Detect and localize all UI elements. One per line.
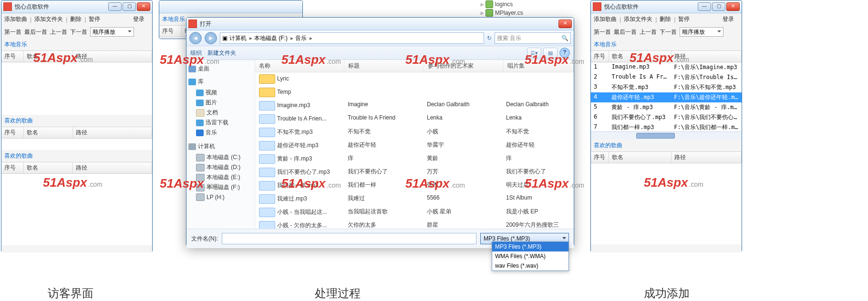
filetype-option[interactable]: wav Files (*.wav) (492, 261, 568, 271)
file-row[interactable]: Trouble Is A Frien...Trouble Is A Friend… (255, 112, 574, 126)
filename-input[interactable] (222, 233, 476, 244)
horizontal-scrollbar[interactable] (591, 131, 742, 140)
caption-left: 访客界面 (48, 286, 93, 301)
local-list-header: 序号 歌名 路径 (591, 50, 742, 62)
add-song-button[interactable]: 添加歌曲 (594, 15, 617, 23)
sidebar-desktop[interactable]: 桌面 (188, 65, 253, 73)
local-list[interactable]: 1Imagine.mp3F:\音乐\Imagine.mp32Trouble Is… (591, 62, 742, 131)
filetype-option[interactable]: WMA Files (*.WMA) (492, 251, 568, 261)
playlist-row[interactable]: 5黄龄 - 痒.mp3F:\音乐\黄龄 - 痒.mp3 (591, 102, 742, 112)
file-list[interactable]: 名称 标题 参与创作的艺术家 唱片集 LyricTempImagine.mp3I… (255, 60, 574, 229)
filetype-dropdown-list[interactable]: MP3 Files (*.MP3) WMA Files (*.WMA) wav … (492, 241, 569, 271)
fav-list-1[interactable] (1, 139, 152, 150)
sidebar-computer[interactable]: 计算机 (188, 142, 253, 150)
filetype-option[interactable]: MP3 Files (*.MP3) (492, 242, 568, 251)
sidebar-lib-item[interactable]: 迅雷下载 (188, 118, 253, 128)
file-row[interactable]: 我们不要伤心了.mp3我们不要伤心了万芳我们不要伤心了 (255, 166, 574, 179)
breadcrumb[interactable]: ▣ 计算机 本地磁盘 (F:) 音乐 (220, 32, 484, 44)
file-row[interactable]: Temp (255, 86, 574, 99)
last-button[interactable]: 最后一首 (24, 28, 47, 36)
player-window-visitor: 悦心点歌软件 — ▢ ✕ 添加歌曲| 添加文件夹| 删除| 暂停 登录 第一首 … (1, 0, 153, 252)
fav-label-1: 喜欢的歌曲 (1, 115, 152, 127)
new-folder-button[interactable]: 新建文件夹 (207, 49, 236, 57)
search-input[interactable]: 搜索 音乐🔍 (495, 32, 571, 44)
file-row[interactable]: Lyric (255, 72, 574, 86)
window-title: 悦心点歌软件 (15, 3, 108, 11)
preview-pane-button[interactable]: ▤ (543, 48, 558, 58)
sidebar-lib-item[interactable]: 视频 (188, 88, 253, 98)
sidebar-drive-item[interactable]: 本地磁盘 (E:) (188, 172, 253, 182)
minimize-button[interactable]: — (698, 2, 711, 11)
fav-list-2[interactable] (1, 174, 152, 245)
first-button[interactable]: 第一首 (594, 28, 611, 36)
caption-mid: 处理过程 (315, 286, 361, 301)
play-mode-select[interactable]: 顺序播放 (680, 27, 723, 37)
app-icon (3, 2, 12, 11)
sidebar-drive-item[interactable]: 本地磁盘 (D:) (188, 162, 253, 172)
local-list[interactable] (1, 62, 152, 115)
next-button[interactable]: 下一首 (70, 28, 87, 36)
playlist-row[interactable]: 1Imagine.mp3F:\音乐\Imagine.mp3 (591, 62, 742, 72)
sidebar-lib-item[interactable]: 图片 (188, 98, 253, 108)
file-row[interactable]: Imagine.mp3ImagineDeclan GalbraithDeclan… (255, 99, 574, 112)
dialog-title: 打开 (200, 20, 558, 28)
playlist-row[interactable]: 6我们不要伤心了.mp3F:\音乐\我们不要伤心了.mp3 (591, 112, 742, 122)
playlist-row[interactable]: 2Trouble Is A Fr...F:\音乐\Trouble Is A Fr… (591, 72, 742, 82)
playlist-row[interactable]: 4趁你还年轻.mp3F:\音乐\趁你还年轻.mp3 (591, 92, 742, 102)
add-folder-button[interactable]: 添加文件夹 (624, 15, 652, 23)
close-button[interactable]: ✕ (726, 2, 740, 11)
delete-button[interactable]: 删除 (660, 15, 671, 23)
organize-button[interactable]: 组织 (190, 49, 202, 57)
sidebar-drive-item[interactable]: 本地磁盘 (C:) (188, 152, 253, 162)
file-row[interactable]: 黄龄 - 痒.mp3痒黄龄痒 (255, 152, 574, 166)
file-row[interactable]: 小贱 - 当我唱起这...当我唱起这首歌小贱 星弟我是小贱 EP (255, 206, 574, 219)
prev-button[interactable]: 上一首 (640, 28, 657, 36)
first-button[interactable]: 第一首 (4, 28, 21, 36)
sidebar-lib-item[interactable]: 音乐 (188, 128, 253, 138)
close-button[interactable]: ✕ (137, 2, 150, 11)
local-music-label: 本地音乐 (1, 39, 152, 50)
sidebar-drive-item[interactable]: LP (H:) (188, 192, 253, 202)
login-button[interactable]: 登录 (133, 15, 145, 23)
play-mode-select[interactable]: 顺序播放 (90, 27, 134, 37)
sidebar-lib-item[interactable]: 文档 (188, 108, 253, 118)
sidebar-drive-item[interactable]: 本地磁盘 (F:) (188, 182, 253, 192)
add-folder-button[interactable]: 添加文件夹 (34, 15, 63, 23)
file-row[interactable]: 不知不觉.mp3不知不觉小贱不知不觉 (255, 126, 574, 139)
add-song-button[interactable]: 添加歌曲 (4, 15, 27, 23)
delete-button[interactable]: 删除 (70, 15, 82, 23)
file-row[interactable]: 趁你还年轻.mp3趁你还年轻华晨宇趁你还年轻 (255, 139, 574, 152)
prev-button[interactable]: 上一首 (50, 28, 67, 36)
file-row[interactable]: 我难过.mp3我难过55661St Album (255, 192, 574, 206)
maximize-button[interactable]: ▢ (123, 2, 136, 11)
local-list-header: 序号 歌名 路径 (1, 50, 152, 62)
fav-list[interactable] (591, 163, 742, 244)
open-file-dialog: 打开 ✕ ◄ ► ▣ 计算机 本地磁盘 (F:) 音乐 ↻ 搜索 音乐🔍 组织 … (186, 17, 574, 247)
pause-button[interactable]: 暂停 (89, 15, 100, 23)
file-row[interactable]: 小贱 - 欠你的太多...欠你的太多群星2009年六月热搜歌三 (255, 219, 574, 229)
nav-back-button[interactable]: ◄ (189, 32, 202, 44)
login-button[interactable]: 登录 (723, 15, 734, 23)
app-icon (188, 20, 197, 28)
caption-right: 成功添加 (644, 286, 690, 301)
refresh-icon[interactable]: ↻ (487, 35, 492, 41)
file-row[interactable]: 我们都一样.mp3我们都一样张杰明天过后 (255, 179, 574, 192)
filename-label: 文件名(N): (191, 235, 218, 243)
dialog-close-button[interactable]: ✕ (558, 20, 572, 28)
minimize-button[interactable]: — (108, 2, 122, 11)
sidebar-libraries[interactable]: 库 (188, 78, 253, 86)
maximize-button[interactable]: ▢ (712, 2, 725, 11)
last-button[interactable]: 最后一首 (614, 28, 637, 36)
next-button[interactable]: 下一首 (660, 28, 677, 36)
playlist-row[interactable]: 7我们都一样.mp3F:\音乐\我们都一样.mp3 (591, 122, 742, 131)
dialog-sidebar: 桌面 库 视频图片文档迅雷下载音乐 计算机 本地磁盘 (C:)本地磁盘 (D:)… (186, 60, 255, 229)
cs-file-icon (486, 0, 493, 8)
player-window-added: 悦心点歌软件 — ▢ ✕ 添加歌曲| 添加文件夹| 删除| 暂停 登录 第一首 … (590, 0, 742, 252)
nav-forward-button[interactable]: ► (205, 32, 217, 44)
local-music-label: 本地音乐 (591, 39, 742, 50)
view-mode-button[interactable]: ☰▾ (527, 48, 541, 58)
pause-button[interactable]: 暂停 (678, 15, 690, 23)
playlist-row[interactable]: 3不知不觉.mp3F:\音乐\不知不觉.mp3 (591, 82, 742, 92)
help-button[interactable]: ? (559, 48, 570, 58)
app-icon (593, 2, 601, 11)
